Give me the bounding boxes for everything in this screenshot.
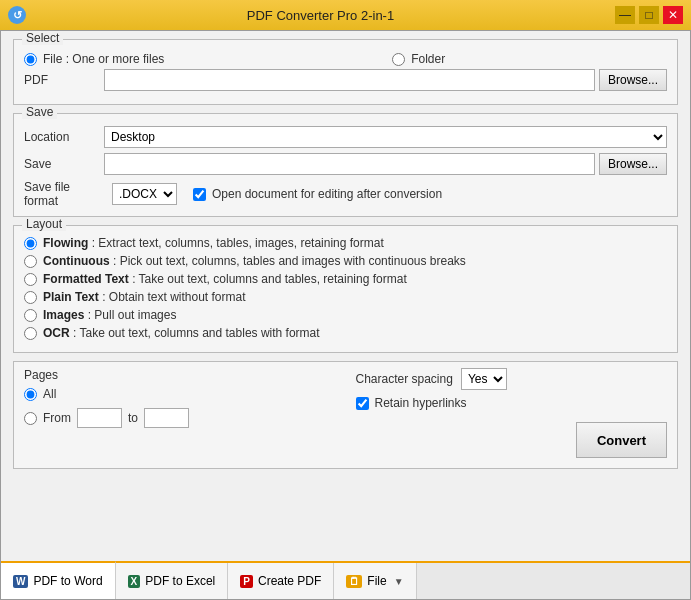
- layout-ocr-row: OCR : Take out text, columns and tables …: [24, 326, 667, 340]
- layout-plain-row: Plain Text : Obtain text without format: [24, 290, 667, 304]
- flowing-radio[interactable]: [24, 237, 37, 250]
- app-icon: ↺: [8, 6, 26, 24]
- close-button[interactable]: ✕: [663, 6, 683, 24]
- open-doc-checkbox[interactable]: [193, 188, 206, 201]
- window-controls: — □ ✕: [615, 6, 683, 24]
- file-radio-label[interactable]: File : One or more files: [43, 52, 164, 66]
- file-dropdown-arrow: ▼: [394, 576, 404, 587]
- save-input[interactable]: [104, 153, 595, 175]
- plain-radio[interactable]: [24, 291, 37, 304]
- pages-title: Pages: [24, 368, 336, 382]
- tab-pdf-to-word[interactable]: W PDF to Word: [1, 561, 116, 599]
- pages-from-radio[interactable]: [24, 412, 37, 425]
- bottom-section: Pages All From to: [13, 361, 678, 469]
- save-section: Save Location Desktop Documents Download…: [13, 113, 678, 217]
- flowing-label[interactable]: Flowing : Extract text, columns, tables,…: [43, 236, 384, 250]
- tab-pdf-to-excel-label: PDF to Excel: [145, 574, 215, 588]
- excel-icon: X: [128, 575, 141, 588]
- formatted-radio[interactable]: [24, 273, 37, 286]
- convert-button[interactable]: Convert: [576, 422, 667, 458]
- pages-options: All From to: [24, 387, 336, 428]
- select-section: Select File : One or more files Folder P…: [13, 39, 678, 105]
- title-bar: ↺ PDF Converter Pro 2-in-1 — □ ✕: [0, 0, 691, 30]
- retain-hyperlinks-row: Retain hyperlinks: [356, 396, 668, 410]
- pages-from-row: From to: [24, 408, 336, 428]
- content-area: Select File : One or more files Folder P…: [1, 31, 690, 561]
- save-input-row: Save Browse...: [24, 153, 667, 175]
- folder-radio-label[interactable]: Folder: [411, 52, 445, 66]
- location-label: Location: [24, 130, 104, 144]
- location-select[interactable]: Desktop Documents Downloads: [104, 126, 667, 148]
- main-window: Select File : One or more files Folder P…: [0, 30, 691, 600]
- format-label: Save file format: [24, 180, 104, 208]
- word-icon: W: [13, 575, 28, 588]
- pages-to-input[interactable]: [144, 408, 189, 428]
- save-browse-button[interactable]: Browse...: [599, 153, 667, 175]
- tab-create-pdf-label: Create PDF: [258, 574, 321, 588]
- pdf-browse-button[interactable]: Browse...: [599, 69, 667, 91]
- char-section: Character spacing Yes No Retain hyperlin…: [356, 368, 668, 458]
- layout-flowing-row: Flowing : Extract text, columns, tables,…: [24, 236, 667, 250]
- location-row: Location Desktop Documents Downloads: [24, 126, 667, 148]
- retain-hyperlinks-label[interactable]: Retain hyperlinks: [375, 396, 467, 410]
- pages-section: Pages All From to: [24, 368, 336, 428]
- layout-continuous-row: Continuous : Pick out text, columns, tab…: [24, 254, 667, 268]
- pages-from-label[interactable]: From: [43, 411, 71, 425]
- retain-hyperlinks-checkbox[interactable]: [356, 397, 369, 410]
- folder-radio[interactable]: [392, 53, 405, 66]
- select-section-title: Select: [22, 31, 63, 45]
- tab-create-pdf[interactable]: P Create PDF: [228, 563, 334, 599]
- save-label: Save: [24, 157, 104, 171]
- pages-all-row: All: [24, 387, 336, 401]
- layout-section-title: Layout: [22, 217, 66, 231]
- images-radio[interactable]: [24, 309, 37, 322]
- pages-char-row: Pages All From to: [24, 368, 667, 458]
- ocr-radio[interactable]: [24, 327, 37, 340]
- format-row: Save file format .DOCX .DOC .PDF .TXT Op…: [24, 180, 667, 208]
- formatted-label[interactable]: Formatted Text : Take out text, columns …: [43, 272, 407, 286]
- char-spacing-row: Character spacing Yes No: [356, 368, 668, 390]
- pdf-icon: P: [240, 575, 253, 588]
- pages-to-label: to: [128, 411, 138, 425]
- layout-section: Layout Flowing : Extract text, columns, …: [13, 225, 678, 353]
- tab-file-label: File: [367, 574, 386, 588]
- layout-formatted-row: Formatted Text : Take out text, columns …: [24, 272, 667, 286]
- pdf-input-row: PDF Browse...: [24, 69, 667, 91]
- format-select[interactable]: .DOCX .DOC .PDF .TXT: [112, 183, 177, 205]
- char-spacing-label: Character spacing: [356, 372, 453, 386]
- images-label[interactable]: Images : Pull out images: [43, 308, 176, 322]
- ocr-label[interactable]: OCR : Take out text, columns and tables …: [43, 326, 320, 340]
- pages-all-radio[interactable]: [24, 388, 37, 401]
- tab-file[interactable]: 🗒 File ▼: [334, 563, 416, 599]
- file-option-row: File : One or more files Folder: [24, 52, 667, 66]
- pdf-label: PDF: [24, 73, 104, 87]
- tab-pdf-to-excel[interactable]: X PDF to Excel: [116, 563, 229, 599]
- char-spacing-select[interactable]: Yes No: [461, 368, 507, 390]
- pages-all-label[interactable]: All: [43, 387, 56, 401]
- layout-options: Flowing : Extract text, columns, tables,…: [24, 232, 667, 340]
- save-section-title: Save: [22, 105, 57, 119]
- continuous-radio[interactable]: [24, 255, 37, 268]
- tab-pdf-to-word-label: PDF to Word: [33, 574, 102, 588]
- open-doc-label[interactable]: Open document for editing after conversi…: [212, 187, 442, 201]
- pdf-input[interactable]: [104, 69, 595, 91]
- open-doc-row: Open document for editing after conversi…: [193, 187, 442, 201]
- tab-bar: W PDF to Word X PDF to Excel P Create PD…: [1, 561, 690, 599]
- file-radio[interactable]: [24, 53, 37, 66]
- pages-from-input[interactable]: [77, 408, 122, 428]
- plain-label[interactable]: Plain Text : Obtain text without format: [43, 290, 246, 304]
- layout-images-row: Images : Pull out images: [24, 308, 667, 322]
- maximize-button[interactable]: □: [639, 6, 659, 24]
- file-icon: 🗒: [346, 575, 362, 588]
- window-title: PDF Converter Pro 2-in-1: [26, 8, 615, 23]
- continuous-label[interactable]: Continuous : Pick out text, columns, tab…: [43, 254, 466, 268]
- minimize-button[interactable]: —: [615, 6, 635, 24]
